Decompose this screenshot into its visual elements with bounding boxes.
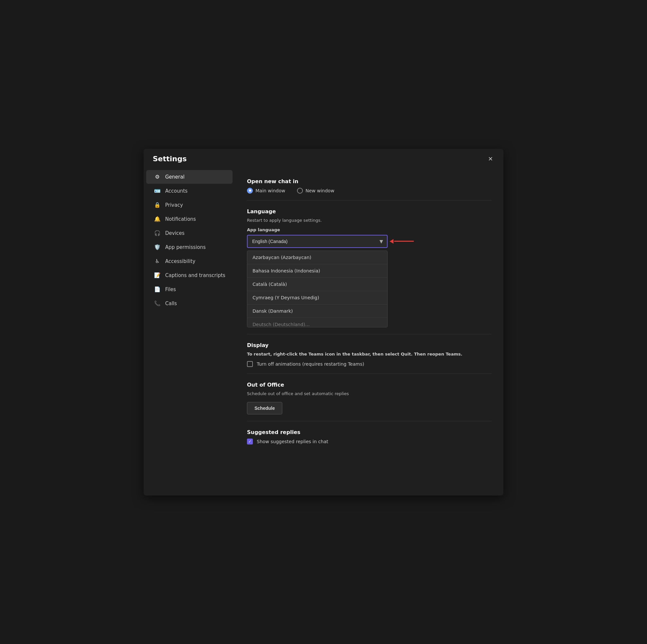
language-dropdown[interactable]: English (Canada)Azərbaycan (Azərbaycan)B… — [247, 235, 387, 248]
language-restart-note: Restart to apply language settings. — [247, 218, 492, 223]
animations-checkbox[interactable] — [247, 361, 253, 367]
sidebar-item-general[interactable]: ⚙️General — [146, 170, 232, 184]
main-window-option[interactable]: Main window — [247, 188, 285, 194]
suggested-replies-title: Suggested replies — [247, 429, 492, 435]
close-button[interactable]: ✕ — [485, 155, 496, 163]
suggested-replies-label: Show suggested replies in chat — [257, 439, 328, 444]
accounts-icon: 🪪 — [154, 188, 161, 194]
out-of-office-title: Out of Office — [247, 382, 492, 388]
window-title: Settings — [153, 155, 187, 163]
schedule-button[interactable]: Schedule — [247, 402, 282, 414]
open-new-chat-title: Open new chat in — [247, 178, 492, 185]
app-language-label: App language — [247, 227, 492, 232]
out-of-office-description: Schedule out of office and set automatic… — [247, 391, 492, 396]
suggested-replies-checkbox[interactable] — [247, 439, 253, 444]
main-window-label: Main window — [256, 188, 285, 193]
sidebar-label-accessibility: Accessibility — [165, 259, 195, 264]
sidebar-item-app-permissions[interactable]: 🛡️App permissions — [146, 240, 232, 254]
sidebar-item-files[interactable]: 📄Files — [146, 283, 232, 296]
red-arrow-line — [394, 241, 414, 242]
suggested-replies-checkbox-row[interactable]: Show suggested replies in chat — [247, 439, 492, 444]
language-title: Language — [247, 208, 492, 215]
language-dropdown-container: English (Canada)Azərbaycan (Azərbaycan)B… — [247, 235, 387, 248]
calls-icon: 📞 — [154, 300, 161, 307]
lang-option-cymraeg[interactable]: Cymraeg (Y Deyrnas Unedig) — [247, 291, 387, 304]
lang-option-azerbaijani[interactable]: Azərbaycan (Azərbaycan) — [247, 251, 387, 264]
lang-option-bahasa[interactable]: Bahasa Indonesia (Indonesia) — [247, 264, 387, 278]
captions-icon: 📝 — [154, 272, 161, 279]
sidebar-item-notifications[interactable]: 🔔Notifications — [146, 212, 232, 226]
red-arrow-indicator — [389, 239, 414, 244]
notifications-icon: 🔔 — [154, 216, 161, 222]
settings-window: Settings ✕ ⚙️General🪪Accounts🔒Privacy🔔No… — [144, 149, 503, 496]
sidebar-label-general: General — [165, 174, 185, 180]
new-window-radio[interactable] — [297, 188, 303, 194]
sidebar-label-privacy: Privacy — [165, 202, 183, 208]
lang-option-dansk[interactable]: Dansk (Danmark) — [247, 304, 387, 318]
display-subtitle: To restart, right-click the Teams icon i… — [247, 352, 492, 357]
sidebar-label-notifications: Notifications — [165, 216, 196, 222]
title-bar: Settings ✕ — [144, 149, 503, 168]
lang-option-catala[interactable]: Català (Català) — [247, 278, 387, 291]
sidebar-item-accessibility[interactable]: ♿Accessibility — [146, 255, 232, 268]
language-dropdown-list: Azərbaycan (Azərbaycan) Bahasa Indonesia… — [247, 251, 387, 328]
privacy-icon: 🔒 — [154, 202, 161, 208]
divider-1 — [247, 200, 492, 201]
sidebar-item-calls[interactable]: 📞Calls — [146, 297, 232, 310]
sidebar-label-devices: Devices — [165, 230, 185, 236]
sidebar-label-app-permissions: App permissions — [165, 244, 206, 250]
sidebar-item-devices[interactable]: 🎧Devices — [146, 226, 232, 240]
divider-4 — [247, 421, 492, 421]
main-content: Open new chat in Main window New window … — [235, 168, 503, 496]
divider-2 — [247, 334, 492, 334]
accessibility-icon: ♿ — [154, 258, 161, 265]
sidebar-label-captions: Captions and transcripts — [165, 273, 225, 278]
display-title: Display — [247, 342, 492, 348]
general-icon: ⚙️ — [154, 174, 161, 180]
new-window-label: New window — [305, 188, 334, 193]
red-arrow-head — [389, 239, 393, 244]
files-icon: 📄 — [154, 286, 161, 293]
content-area: ⚙️General🪪Accounts🔒Privacy🔔Notifications… — [144, 168, 503, 496]
app-permissions-icon: 🛡️ — [154, 244, 161, 251]
animations-label: Turn off animations (requires restarting… — [257, 361, 364, 367]
sidebar-label-calls: Calls — [165, 301, 177, 306]
open-chat-options: Main window New window — [247, 188, 492, 194]
new-window-option[interactable]: New window — [297, 188, 334, 194]
sidebar-label-files: Files — [165, 287, 176, 292]
divider-3 — [247, 373, 492, 374]
sidebar-item-captions[interactable]: 📝Captions and transcripts — [146, 269, 232, 282]
animations-checkbox-row[interactable]: Turn off animations (requires restarting… — [247, 361, 492, 367]
sidebar-item-accounts[interactable]: 🪪Accounts — [146, 184, 232, 198]
lang-option-next[interactable]: Deutsch (Deutschland)… — [247, 318, 387, 327]
devices-icon: 🎧 — [154, 230, 161, 236]
sidebar-label-accounts: Accounts — [165, 188, 188, 194]
sidebar-item-privacy[interactable]: 🔒Privacy — [146, 198, 232, 212]
main-window-radio[interactable] — [247, 188, 253, 194]
sidebar: ⚙️General🪪Accounts🔒Privacy🔔Notifications… — [144, 168, 235, 496]
